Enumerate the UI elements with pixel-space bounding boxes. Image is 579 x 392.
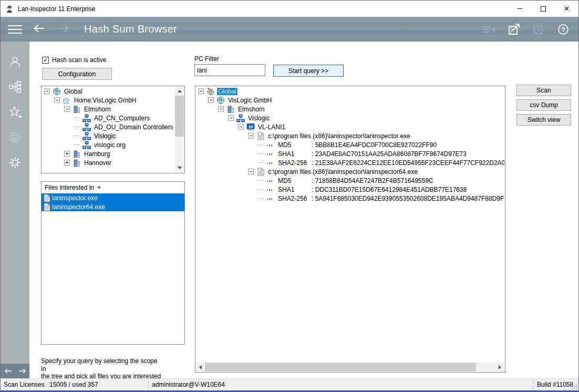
result-tree-row[interactable]: −c:\program files (x86)\laninspector\lan…: [196, 131, 504, 140]
scrollbar-thumb[interactable]: [205, 363, 476, 372]
result-tree-row[interactable]: SHA2-256: 21E38AAF2E6224CE12EE10ED54955F…: [196, 158, 504, 167]
add-file-button[interactable]: +: [97, 184, 101, 191]
result-tree-node-label[interactable]: SHA2-256: 5A941F685030ED942E939055350260…: [277, 195, 504, 202]
scope-tree-row[interactable]: AD_CN_Computers: [42, 114, 175, 122]
collapse-icon[interactable]: −: [238, 124, 244, 130]
result-tree-row[interactable]: −Vislogic: [196, 114, 504, 122]
result-tree-node-label[interactable]: VisLogic GmbH: [227, 97, 273, 104]
scope-tree-node-label[interactable]: AD_OU_Domain Controllers: [93, 123, 174, 131]
building-icon: [73, 150, 81, 158]
file-list-item[interactable]: laninspector.exe: [42, 193, 184, 202]
result-tree-node-label[interactable]: SHA1: DDC311BD07E15D67E6412984E451ADBB77…: [277, 186, 468, 193]
tree-connector: [74, 145, 79, 145]
history-clock-icon[interactable]: [532, 23, 545, 36]
expand-icon[interactable]: +: [64, 151, 70, 157]
pc-filter-input[interactable]: [194, 64, 265, 76]
result-tree-scrollbar[interactable]: [196, 363, 504, 372]
result-tree-node-label[interactable]: Elmshorn: [237, 106, 266, 113]
collapse-icon[interactable]: −: [44, 88, 50, 94]
close-button[interactable]: ✕: [555, 1, 578, 17]
scroll-up-icon[interactable]: [175, 87, 184, 96]
result-tree-row[interactable]: MD5: 5BB8B1E4EA4FDC0F700C8E927022FF90: [196, 140, 504, 149]
result-tree-row[interactable]: −c:\program files (x86)\laninspector\lan…: [196, 167, 504, 176]
user-icon[interactable]: [8, 55, 22, 69]
hash-value: : DDC311BD07E15D67E6412984E451ADBB77E176…: [312, 186, 467, 193]
pager-back-icon[interactable]: [4, 367, 13, 375]
network-tree-icon[interactable]: [8, 80, 22, 94]
result-tree-node-label[interactable]: SHA1: 23AD4E8AC70151AA25ADA86087BF7F8674…: [277, 150, 468, 158]
expand-icon[interactable]: +: [64, 160, 70, 166]
result-tree-row[interactable]: −Elmshorn: [196, 105, 504, 114]
file-list-item[interactable]: laninspector64.exe: [42, 202, 184, 211]
scope-tree-node-label[interactable]: Elmshorn: [83, 106, 112, 113]
result-tree-row[interactable]: SHA1: DDC311BD07E15D67E6412984E451ADBB77…: [196, 185, 504, 194]
collapse-icon[interactable]: −: [198, 88, 204, 94]
checkbox-check-icon[interactable]: ✓: [42, 57, 49, 64]
result-tree-node-label[interactable]: c:\program files (x86)\laninspector\lani…: [267, 168, 419, 176]
scope-tree-node-label[interactable]: Vislogic: [93, 132, 117, 140]
result-tree-node-label[interactable]: SHA2-256: 21E38AAF2E6224CE12EE10ED54955F…: [277, 159, 504, 167]
scroll-left-icon[interactable]: [196, 363, 205, 372]
file-icon: [43, 203, 51, 211]
scope-tree-row[interactable]: −Global: [42, 87, 175, 96]
scan-button[interactable]: Scan: [516, 85, 571, 96]
scope-tree-node-label[interactable]: Global: [63, 88, 84, 95]
result-tree-row[interactable]: MD5: 71858B84D54AE7247B2F4B571649559C: [196, 176, 504, 185]
adgroup-icon: [82, 123, 91, 131]
start-query-button[interactable]: Start query >>: [273, 65, 344, 77]
pager-forward-icon[interactable]: [18, 367, 27, 375]
menu-hamburger-icon[interactable]: [8, 23, 22, 36]
result-tree-node-label[interactable]: Vislogic: [247, 115, 271, 122]
collapse-icon[interactable]: −: [218, 106, 224, 112]
scrollbar-thumb[interactable]: [175, 96, 184, 137]
scope-tree-row[interactable]: −Elmshorn: [42, 105, 175, 114]
configuration-button[interactable]: Configuration: [42, 68, 112, 80]
scope-tree-row[interactable]: AD_OU_Domain Controllers: [42, 122, 175, 131]
csv-dump-button[interactable]: csv Dump: [516, 99, 571, 111]
scope-tree-node-label[interactable]: vislogic.org: [93, 141, 127, 149]
collapse-icon[interactable]: −: [208, 97, 214, 103]
file-name: laninspector64.exe: [52, 203, 105, 211]
scroll-down-icon[interactable]: [175, 163, 184, 172]
scope-tree-node-label[interactable]: Hannover: [83, 159, 112, 167]
result-tree-row[interactable]: SHA2-256: 5A941F685030ED942E939055350260…: [196, 194, 504, 203]
scope-tree-scrollbar[interactable]: [175, 87, 184, 172]
favorites-star-add-icon[interactable]: [8, 105, 22, 119]
hash-scan-label: Hash scan is active: [52, 56, 106, 64]
collapse-icon[interactable]: −: [228, 115, 234, 121]
result-tree-node-label[interactable]: c:\program files (x86)\laninspector\lani…: [267, 132, 411, 140]
result-tree-node-label[interactable]: Global: [217, 88, 237, 95]
collapse-icon[interactable]: −: [248, 169, 254, 174]
result-tree-row[interactable]: SHA1: 23AD4E8AC70151AA25ADA86087BF7F8674…: [196, 149, 504, 158]
export-expand-icon[interactable]: [507, 23, 521, 36]
collapse-icon[interactable]: −: [248, 133, 254, 139]
result-tree-row[interactable]: −Global: [196, 87, 504, 96]
scope-tree-node-label[interactable]: Hamburg: [83, 150, 111, 158]
settings-gear-icon[interactable]: [8, 156, 22, 170]
result-tree-row[interactable]: −10VL-LANI1: [196, 122, 504, 131]
result-tree-node-label[interactable]: MD5: 5BB8B1E4EA4FDC0F700C8E927022FF90: [277, 141, 438, 149]
scroll-right-icon[interactable]: [495, 363, 504, 372]
scope-tree-row[interactable]: Vislogic: [42, 131, 175, 140]
result-tree-row[interactable]: −VisLogic GmbH: [196, 96, 504, 105]
scope-tree-row[interactable]: −Home:VisLogic GmbH: [42, 96, 175, 105]
scope-tree-row[interactable]: +Hamburg: [42, 149, 175, 158]
result-tree-node-label[interactable]: VL-LANI1: [257, 123, 286, 131]
scope-tree-row[interactable]: vislogic.org: [42, 140, 175, 149]
hash-scan-checkbox[interactable]: ✓ Hash scan is active: [42, 56, 106, 64]
globe-icon: [216, 96, 225, 105]
back-arrow-icon[interactable]: [33, 22, 46, 36]
maximize-button[interactable]: [531, 1, 555, 17]
collapse-icon[interactable]: −: [54, 97, 60, 103]
forward-arrow-icon[interactable]: [57, 22, 70, 36]
help-icon[interactable]: ?: [556, 23, 570, 36]
minimize-button[interactable]: [508, 1, 531, 17]
scope-tree-node-label[interactable]: AD_CN_Computers: [93, 115, 151, 122]
collapse-icon[interactable]: −: [64, 106, 70, 112]
print-icon[interactable]: [8, 130, 22, 145]
log-list-icon[interactable]: [482, 23, 496, 36]
scope-tree-node-label[interactable]: Home:VisLogic GmbH: [73, 97, 138, 104]
scope-tree-row[interactable]: +Hannover: [42, 158, 175, 167]
switch-view-button[interactable]: Switch view: [516, 114, 571, 126]
result-tree-node-label[interactable]: MD5: 71858B84D54AE7247B2F4B571649559C: [277, 177, 435, 184]
